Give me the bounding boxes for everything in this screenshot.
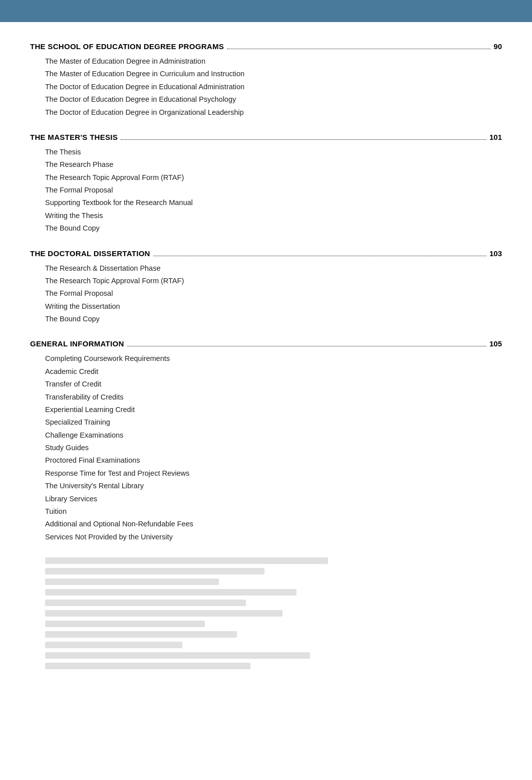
list-item: Specialized Training xyxy=(45,416,502,429)
sub-items-doctoral-dissertation: The Research & Dissertation PhaseThe Res… xyxy=(30,262,502,326)
section-page-school-education: 90 xyxy=(493,42,502,51)
section-masters-thesis: THE MASTER'S THESIS101The ThesisThe Rese… xyxy=(30,133,502,235)
list-item: The Thesis xyxy=(45,146,502,158)
section-doctoral-dissertation: THE DOCTORAL DISSERTATION103The Research… xyxy=(30,249,502,326)
section-dots-masters-thesis xyxy=(121,139,486,140)
list-item: The Formal Proposal xyxy=(45,287,502,300)
list-item: The Doctor of Education Degree in Educat… xyxy=(45,93,502,106)
section-page-doctoral-dissertation: 103 xyxy=(489,249,502,258)
list-item: The Doctor of Education Degree in Organi… xyxy=(45,106,502,119)
blurred-line-0 xyxy=(45,557,328,564)
section-general-information: GENERAL INFORMATION105Completing Coursew… xyxy=(30,339,502,543)
list-item: The Research Phase xyxy=(45,158,502,171)
section-title-doctoral-dissertation: THE DOCTORAL DISSERTATION xyxy=(30,249,150,258)
section-title-masters-thesis: THE MASTER'S THESIS xyxy=(30,133,118,141)
list-item: Tuition xyxy=(45,505,502,518)
blurred-line-5 xyxy=(45,610,283,617)
blurred-line-9 xyxy=(45,652,310,659)
list-item: The Research & Dissertation Phase xyxy=(45,262,502,275)
list-item: The Doctor of Education Degree in Educat… xyxy=(45,81,502,93)
list-item: The Formal Proposal xyxy=(45,184,502,197)
section-header-school-education: THE SCHOOL OF EDUCATION DEGREE PROGRAMS9… xyxy=(30,42,502,51)
list-item: Challenge Examinations xyxy=(45,429,502,442)
list-item: The University's Rental Library xyxy=(45,480,502,492)
section-header-masters-thesis: THE MASTER'S THESIS101 xyxy=(30,133,502,142)
blurred-line-8 xyxy=(45,642,182,648)
section-page-masters-thesis: 101 xyxy=(489,133,502,141)
sub-items-general-information: Completing Coursework RequirementsAcadem… xyxy=(30,352,502,543)
blurred-line-3 xyxy=(45,589,297,596)
list-item: The Bound Copy xyxy=(45,222,502,235)
section-dots-doctoral-dissertation xyxy=(153,256,486,256)
list-item: Study Guides xyxy=(45,442,502,454)
section-page-general-information: 105 xyxy=(489,339,502,348)
list-item: Writing the Thesis xyxy=(45,210,502,222)
list-item: The Master of Education Degree in Curric… xyxy=(45,68,502,80)
blurred-line-6 xyxy=(45,621,205,627)
section-title-general-information: GENERAL INFORMATION xyxy=(30,339,124,348)
list-item: The Master of Education Degree in Admini… xyxy=(45,55,502,68)
list-item: Transfer of Credit xyxy=(45,378,502,391)
list-item: Experiential Learning Credit xyxy=(45,404,502,416)
blurred-line-2 xyxy=(45,578,219,585)
blurred-line-1 xyxy=(45,568,264,574)
list-item: Writing the Dissertation xyxy=(45,300,502,313)
list-item: Proctored Final Examinations xyxy=(45,454,502,467)
blurred-content xyxy=(30,557,502,669)
section-dots-general-information xyxy=(127,346,486,346)
sub-items-masters-thesis: The ThesisThe Research PhaseThe Research… xyxy=(30,146,502,235)
list-item: Library Services xyxy=(45,493,502,505)
list-item: The Bound Copy xyxy=(45,313,502,325)
list-item: Completing Coursework Requirements xyxy=(45,352,502,365)
sub-items-school-education: The Master of Education Degree in Admini… xyxy=(30,55,502,119)
blurred-line-7 xyxy=(45,631,237,638)
list-item: The Research Topic Approval Form (RTAF) xyxy=(45,171,502,184)
section-dots-school-education xyxy=(227,49,490,49)
section-title-school-education: THE SCHOOL OF EDUCATION DEGREE PROGRAMS xyxy=(30,42,224,51)
section-school-education: THE SCHOOL OF EDUCATION DEGREE PROGRAMS9… xyxy=(30,42,502,119)
list-item: Supporting Textbook for the Research Man… xyxy=(45,197,502,209)
list-item: Response Time for Test and Project Revie… xyxy=(45,467,502,480)
list-item: Transferability of Credits xyxy=(45,391,502,404)
blurred-line-4 xyxy=(45,600,246,606)
list-item: Additional and Optional Non-Refundable F… xyxy=(45,518,502,530)
list-item: Academic Credit xyxy=(45,365,502,378)
main-content: THE SCHOOL OF EDUCATION DEGREE PROGRAMS9… xyxy=(0,37,532,693)
list-item: The Research Topic Approval Form (RTAF) xyxy=(45,275,502,287)
section-header-general-information: GENERAL INFORMATION105 xyxy=(30,339,502,348)
section-header-doctoral-dissertation: THE DOCTORAL DISSERTATION103 xyxy=(30,249,502,258)
blurred-line-10 xyxy=(45,663,250,669)
page-header xyxy=(0,0,532,22)
list-item: Services Not Provided by the University xyxy=(45,531,502,543)
